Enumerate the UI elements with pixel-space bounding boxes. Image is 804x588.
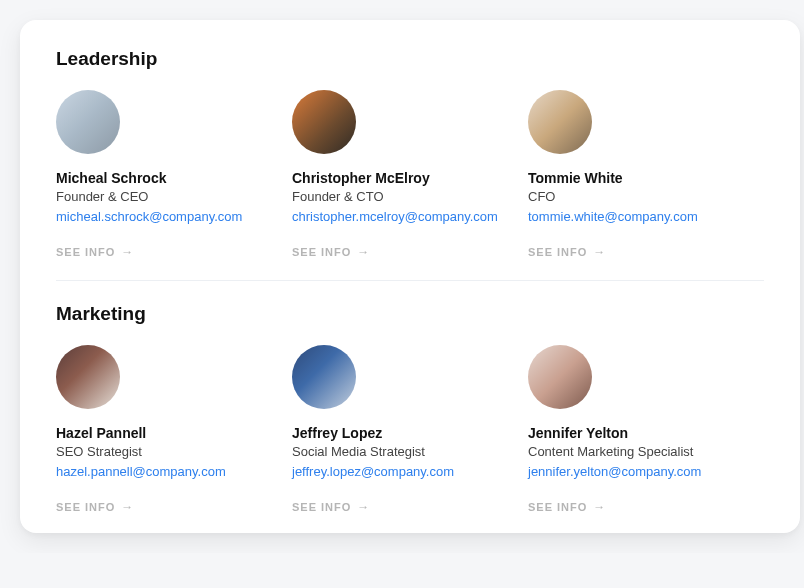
person-card: Christopher McElroy Founder & CTO christ… xyxy=(292,90,528,260)
section-divider xyxy=(56,280,764,281)
arrow-right-icon: → xyxy=(357,246,370,258)
see-info-button[interactable]: SEE INFO → xyxy=(292,501,370,513)
person-name: Jennifer Yelton xyxy=(528,425,764,441)
person-role: Content Marketing Specialist xyxy=(528,444,764,459)
person-email-link[interactable]: hazel.pannell@company.com xyxy=(56,464,226,479)
person-name: Tommie White xyxy=(528,170,764,186)
avatar xyxy=(56,345,120,409)
see-info-label: SEE INFO xyxy=(528,246,587,258)
avatar xyxy=(528,345,592,409)
see-info-button[interactable]: SEE INFO → xyxy=(528,501,606,513)
person-card: Jeffrey Lopez Social Media Strategist je… xyxy=(292,345,528,515)
person-role: Founder & CEO xyxy=(56,189,292,204)
see-info-button[interactable]: SEE INFO → xyxy=(292,246,370,258)
team-card: Leadership Micheal Schrock Founder & CEO… xyxy=(20,20,800,533)
see-info-label: SEE INFO xyxy=(528,501,587,513)
person-role: SEO Strategist xyxy=(56,444,292,459)
leadership-row: Micheal Schrock Founder & CEO micheal.sc… xyxy=(56,90,764,260)
person-email-link[interactable]: micheal.schrock@company.com xyxy=(56,209,242,224)
person-role: Social Media Strategist xyxy=(292,444,528,459)
arrow-right-icon: → xyxy=(121,246,134,258)
marketing-row: Hazel Pannell SEO Strategist hazel.panne… xyxy=(56,345,764,515)
avatar xyxy=(56,90,120,154)
avatar xyxy=(528,90,592,154)
see-info-button[interactable]: SEE INFO → xyxy=(528,246,606,258)
person-role: Founder & CTO xyxy=(292,189,528,204)
section-title-marketing: Marketing xyxy=(56,303,764,325)
person-name: Jeffrey Lopez xyxy=(292,425,528,441)
arrow-right-icon: → xyxy=(357,501,370,513)
section-title-leadership: Leadership xyxy=(56,48,764,70)
arrow-right-icon: → xyxy=(593,246,606,258)
see-info-button[interactable]: SEE INFO → xyxy=(56,501,134,513)
see-info-button[interactable]: SEE INFO → xyxy=(56,246,134,258)
see-info-label: SEE INFO xyxy=(292,246,351,258)
person-email-link[interactable]: jeffrey.lopez@company.com xyxy=(292,464,454,479)
person-role: CFO xyxy=(528,189,764,204)
person-name: Hazel Pannell xyxy=(56,425,292,441)
avatar xyxy=(292,345,356,409)
person-card: Jennifer Yelton Content Marketing Specia… xyxy=(528,345,764,515)
person-name: Micheal Schrock xyxy=(56,170,292,186)
see-info-label: SEE INFO xyxy=(56,501,115,513)
person-card: Micheal Schrock Founder & CEO micheal.sc… xyxy=(56,90,292,260)
arrow-right-icon: → xyxy=(593,501,606,513)
person-email-link[interactable]: jennifer.yelton@company.com xyxy=(528,464,701,479)
person-name: Christopher McElroy xyxy=(292,170,528,186)
see-info-label: SEE INFO xyxy=(292,501,351,513)
person-email-link[interactable]: tommie.white@company.com xyxy=(528,209,698,224)
avatar xyxy=(292,90,356,154)
person-card: Hazel Pannell SEO Strategist hazel.panne… xyxy=(56,345,292,515)
see-info-label: SEE INFO xyxy=(56,246,115,258)
person-card: Tommie White CFO tommie.white@company.co… xyxy=(528,90,764,260)
arrow-right-icon: → xyxy=(121,501,134,513)
person-email-link[interactable]: christopher.mcelroy@company.com xyxy=(292,209,498,224)
